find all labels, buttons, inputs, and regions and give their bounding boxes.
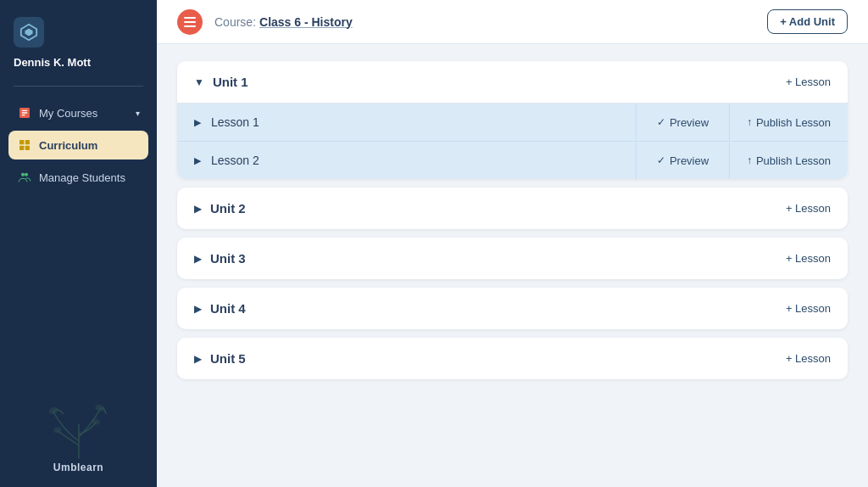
lesson-2-expand-icon[interactable]: ▶ xyxy=(194,155,201,166)
unit-4-chevron: ▶ xyxy=(194,303,202,315)
lesson-1-expand-icon[interactable]: ▶ xyxy=(194,117,201,128)
unit-card-3: ▶ Unit 3 + Lesson xyxy=(177,238,848,279)
svg-point-11 xyxy=(25,173,28,176)
check-icon: ✓ xyxy=(657,154,665,166)
unit-4-add-lesson[interactable]: + Lesson xyxy=(786,302,831,315)
unit-2-chevron: ▶ xyxy=(194,203,202,215)
svg-rect-4 xyxy=(22,112,28,113)
table-row: ▶ Lesson 1 ✓ Preview ↑ Publish Lesson xyxy=(177,104,848,142)
sidebar-item-label: Manage Students xyxy=(39,171,125,184)
sidebar-nav: My Courses ▾ Curriculum Manage Students xyxy=(0,95,157,195)
unit-5-header[interactable]: ▶ Unit 5 + Lesson xyxy=(177,338,848,379)
book-icon xyxy=(17,105,32,120)
topbar-right: + Add Unit xyxy=(767,9,848,34)
up-arrow-icon: ↑ xyxy=(747,116,752,128)
unit-card-1: ▼ Unit 1 + Lesson ▶ Lesson 1 ✓ Preview ↑… xyxy=(177,61,848,179)
svg-point-14 xyxy=(95,404,104,411)
sidebar: Dennis K. Mott My Courses ▾ Curriculum M… xyxy=(0,0,157,487)
unit-3-chevron: ▶ xyxy=(194,253,202,265)
course-label: Course: xyxy=(214,15,256,29)
main-area: Course: Class 6 - History + Add Unit ▼ U… xyxy=(157,0,868,487)
sidebar-item-my-courses[interactable]: My Courses ▾ xyxy=(8,98,148,127)
logo-icon xyxy=(14,17,44,48)
lesson-2-name: Lesson 2 xyxy=(211,142,636,179)
svg-point-16 xyxy=(92,419,99,425)
svg-rect-8 xyxy=(19,146,24,150)
sidebar-item-label: My Courses xyxy=(39,107,97,120)
svg-rect-18 xyxy=(184,21,196,23)
unit-card-2: ▶ Unit 2 + Lesson xyxy=(177,188,848,229)
course-name: Class 6 - History xyxy=(259,15,353,29)
plant-decoration xyxy=(45,399,113,458)
sidebar-item-label: Curriculum xyxy=(39,139,97,152)
unit-5-add-lesson[interactable]: + Lesson xyxy=(786,352,831,365)
lesson-1-publish-button[interactable]: ↑ Publish Lesson xyxy=(729,104,848,141)
unit-5-chevron: ▶ xyxy=(194,353,202,365)
add-unit-button[interactable]: + Add Unit xyxy=(767,9,848,34)
unit-1-add-lesson[interactable]: + Lesson xyxy=(786,76,831,88)
sidebar-item-manage-students[interactable]: Manage Students xyxy=(8,163,148,192)
svg-rect-17 xyxy=(184,17,196,19)
users-icon xyxy=(17,170,32,185)
svg-rect-19 xyxy=(184,25,196,27)
svg-marker-1 xyxy=(25,28,32,36)
unit-2-title: Unit 2 xyxy=(210,201,246,216)
unit-3-title: Unit 3 xyxy=(210,251,246,266)
svg-rect-5 xyxy=(22,115,25,115)
svg-rect-6 xyxy=(19,140,24,144)
brand-name: Umblearn xyxy=(53,462,103,473)
unit-1-chevron: ▼ xyxy=(194,76,204,88)
sidebar-divider xyxy=(14,86,143,87)
unit-2-add-lesson[interactable]: + Lesson xyxy=(786,202,831,215)
unit-1-lessons: ▶ Lesson 1 ✓ Preview ↑ Publish Lesson ▶ … xyxy=(177,103,848,179)
lesson-2-publish-button[interactable]: ↑ Publish Lesson xyxy=(729,143,848,179)
sidebar-bottom: Umblearn xyxy=(0,390,157,487)
unit-3-add-lesson[interactable]: + Lesson xyxy=(786,252,831,265)
svg-rect-3 xyxy=(22,110,28,111)
table-row: ▶ Lesson 2 ✓ Preview ↑ Publish Lesson xyxy=(177,142,848,179)
up-arrow-icon: ↑ xyxy=(747,154,752,166)
unit-1-title: Unit 1 xyxy=(213,75,248,89)
lesson-2-publish-label: Publish Lesson xyxy=(756,154,831,167)
unit-3-header[interactable]: ▶ Unit 3 + Lesson xyxy=(177,238,848,279)
lesson-1-name: Lesson 1 xyxy=(211,104,636,141)
grid-icon xyxy=(17,137,32,153)
sidebar-header: Dennis K. Mott xyxy=(0,0,157,77)
svg-point-10 xyxy=(21,173,25,176)
menu-button[interactable] xyxy=(177,9,203,35)
unit-4-header[interactable]: ▶ Unit 4 + Lesson xyxy=(177,288,848,329)
unit-card-5: ▶ Unit 5 + Lesson xyxy=(177,338,848,379)
chevron-down-icon: ▾ xyxy=(136,109,140,118)
unit-2-header[interactable]: ▶ Unit 2 + Lesson xyxy=(177,188,848,229)
unit-1-header[interactable]: ▼ Unit 1 + Lesson xyxy=(177,61,848,103)
sidebar-item-curriculum[interactable]: Curriculum xyxy=(8,131,148,160)
lesson-2-preview-button[interactable]: ✓ Preview xyxy=(636,143,729,179)
svg-rect-9 xyxy=(25,146,30,150)
unit-card-4: ▶ Unit 4 + Lesson xyxy=(177,288,848,329)
lesson-1-publish-label: Publish Lesson xyxy=(756,116,831,129)
check-icon: ✓ xyxy=(657,116,665,128)
lesson-1-preview-button[interactable]: ✓ Preview xyxy=(636,104,729,141)
svg-point-15 xyxy=(53,428,61,433)
svg-point-13 xyxy=(48,406,58,415)
lesson-1-preview-label: Preview xyxy=(670,116,709,129)
svg-rect-7 xyxy=(25,140,30,144)
topbar: Course: Class 6 - History + Add Unit xyxy=(157,0,868,44)
unit-4-title: Unit 4 xyxy=(210,301,246,316)
user-name: Dennis K. Mott xyxy=(14,56,91,69)
lesson-2-preview-label: Preview xyxy=(670,154,709,167)
unit-5-title: Unit 5 xyxy=(210,351,246,366)
units-content: ▼ Unit 1 + Lesson ▶ Lesson 1 ✓ Preview ↑… xyxy=(157,44,868,487)
